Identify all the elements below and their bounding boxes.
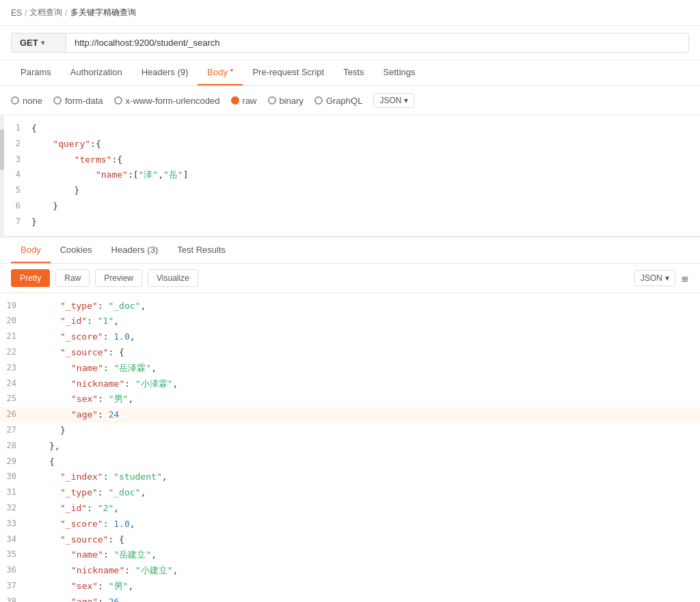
tab-headers[interactable]: Headers (9) [132, 60, 198, 85]
json-format-chevron: ▾ [404, 96, 408, 105]
body-options: none form-data x-www-form-urlencoded raw… [0, 86, 700, 115]
breadcrumb-root[interactable]: ES [11, 8, 22, 18]
resp-line-32: 32 "_id": "2", [0, 501, 700, 517]
radio-graphql [314, 96, 323, 105]
tab-params[interactable]: Params [11, 60, 61, 85]
resp-line-21: 21 "_score": 1.0, [0, 329, 700, 345]
radio-urlencoded [114, 96, 122, 105]
url-bar: GET ▾ [0, 26, 700, 60]
view-raw-button[interactable]: Raw [55, 269, 90, 287]
resp-line-23: 23 "name": "岳泽霖", [0, 361, 700, 377]
request-tabs: Params Authorization Headers (9) Body ● … [0, 60, 700, 86]
resp-line-28: 28 }, [0, 439, 700, 454]
code-line-5: 5 } [4, 183, 700, 199]
resp-json-label: JSON [641, 273, 662, 283]
resp-tab-test-results[interactable]: Test Results [167, 238, 235, 263]
method-chevron-icon: ▾ [41, 39, 44, 46]
resp-line-31: 31 "_type": "_doc", [0, 485, 700, 501]
resp-line-26: 26 "age": 24 [0, 407, 700, 423]
code-line-3: 3 "terms":{ [4, 152, 700, 168]
resp-line-34: 34 "_source": { [0, 532, 700, 548]
code-line-7: 7 } [4, 215, 700, 230]
method-select[interactable]: GET ▾ [11, 33, 66, 53]
resp-line-37: 37 "sex": "男", [0, 579, 700, 594]
url-input[interactable] [66, 33, 689, 53]
breadcrumb-sep1: / [25, 8, 27, 18]
resp-line-29: 29 { [0, 454, 700, 470]
tab-settings[interactable]: Settings [374, 60, 425, 85]
resp-line-22: 22 "_source": { [0, 345, 700, 361]
resp-line-38: 38 "age": 26 [0, 594, 700, 602]
filter-icon[interactable]: ≣ [681, 273, 689, 284]
breadcrumb: ES / 文档查询 / 多关键字精确查询 [0, 0, 700, 26]
response-toolbar: Pretty Raw Preview Visualize JSON ▾ ≣ [0, 264, 700, 293]
radio-form-data [53, 96, 62, 105]
response-section: Body Cookies Headers (3) Test Results Pr… [0, 236, 700, 602]
resp-tab-body[interactable]: Body [11, 238, 51, 263]
code-line-2: 2 "query":{ [4, 137, 700, 152]
resp-line-36: 36 "nickname": "小建立", [0, 563, 700, 579]
resp-line-19: 19 "_type": "_doc", [0, 299, 700, 314]
json-format-label: JSON [379, 96, 401, 105]
response-editor[interactable]: 19 "_type": "_doc", 20 "_id": "1", 21 "_… [0, 293, 700, 602]
option-urlencoded[interactable]: x-www-form-urlencoded [114, 96, 220, 106]
radio-raw [231, 96, 239, 105]
code-line-4: 4 "name":["泽","岳"] [4, 167, 700, 183]
resp-line-27: 27 } [0, 423, 700, 439]
resp-json-chevron-icon: ▾ [665, 273, 669, 283]
code-line-1: 1 { [4, 121, 700, 137]
resp-json-select[interactable]: JSON ▾ [634, 270, 675, 286]
resp-line-20: 20 "_id": "1", [0, 314, 700, 329]
resp-line-35: 35 "name": "岳建立", [0, 547, 700, 563]
view-preview-button[interactable]: Preview [95, 269, 142, 287]
resp-line-24: 24 "nickname": "小泽霖", [0, 377, 700, 392]
option-graphql[interactable]: GraphQL [314, 96, 362, 106]
radio-none [11, 96, 19, 105]
request-editor[interactable]: 1 { 2 "query":{ 3 "terms":{ 4 "name":["泽… [4, 115, 700, 236]
breadcrumb-sep2: / [65, 8, 67, 18]
view-visualize-button[interactable]: Visualize [148, 269, 198, 287]
view-pretty-button[interactable]: Pretty [11, 269, 50, 287]
json-format-select[interactable]: JSON ▾ [373, 93, 414, 108]
tab-tests[interactable]: Tests [334, 60, 373, 85]
option-form-data[interactable]: form-data [53, 96, 103, 106]
breadcrumb-level1[interactable]: 文档查询 [29, 7, 62, 18]
resp-line-25: 25 "sex": "男", [0, 392, 700, 407]
method-label: GET [20, 38, 38, 48]
breadcrumb-current: 多关键字精确查询 [70, 7, 136, 18]
resp-line-33: 33 "_score": 1.0, [0, 517, 700, 532]
option-raw[interactable]: raw [231, 96, 257, 106]
tab-prerequest[interactable]: Pre-request Script [243, 60, 334, 85]
tab-authorization[interactable]: Authorization [61, 60, 132, 85]
resp-tab-headers[interactable]: Headers (3) [102, 238, 168, 263]
code-line-6: 6 } [4, 199, 700, 215]
response-tabs: Body Cookies Headers (3) Test Results [0, 238, 700, 264]
option-binary[interactable]: binary [268, 96, 304, 106]
resp-line-30: 30 "_index": "student", [0, 469, 700, 485]
resp-tab-cookies[interactable]: Cookies [51, 238, 102, 263]
request-editor-wrapper: 1 { 2 "query":{ 3 "terms":{ 4 "name":["泽… [0, 115, 700, 236]
option-none[interactable]: none [11, 96, 42, 106]
tab-body[interactable]: Body ● [198, 60, 243, 85]
radio-binary [268, 96, 276, 105]
